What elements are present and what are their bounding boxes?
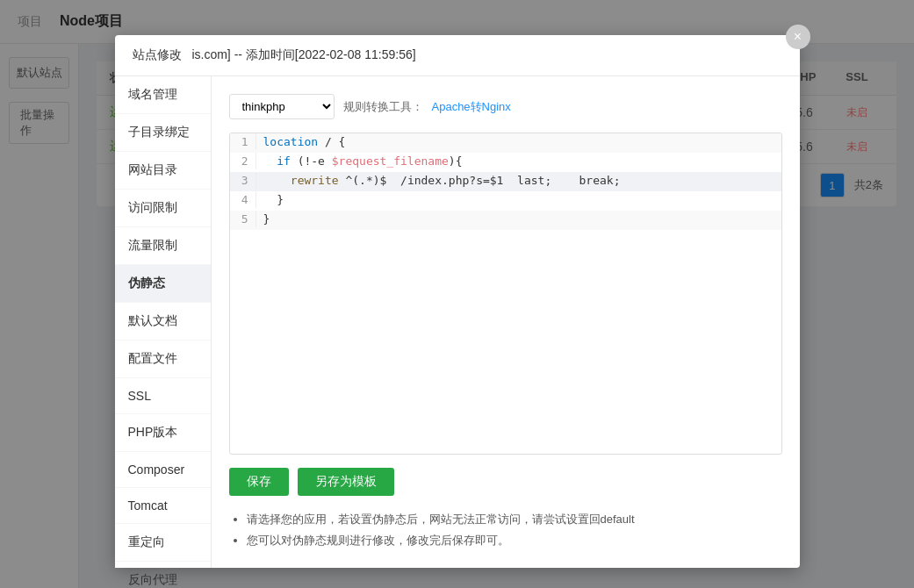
sidebar-item-pseudo-static[interactable]: 伪静态 [115, 265, 211, 303]
sidebar-item-composer[interactable]: Composer [115, 452, 211, 488]
rule-select[interactable]: thinkphp wordpress discuz typecho defaul… [229, 94, 335, 119]
modal-header: 站点修改 is.com] -- 添加时间[2022-02-08 11:59:56… [115, 35, 800, 76]
modal-sidebar: 域名管理 子目录绑定 网站目录 访问限制 流量限制 伪静态 默认文档 配置文件 … [115, 76, 212, 568]
modal-title: 站点修改 is.com] -- 添加时间[2022-02-08 11:59:56… [133, 47, 416, 63]
line-content-2: if (!-e $request_filename){ [256, 153, 470, 169]
notes-area: 请选择您的应用，若设置伪静态后，网站无法正常访问，请尝试设置回default 您… [229, 509, 782, 550]
sidebar-item-website-dir[interactable]: 网站目录 [115, 152, 211, 190]
code-line-5: 5 } [230, 211, 781, 230]
sidebar-item-reverse-proxy[interactable]: 反向代理 [115, 562, 211, 588]
modal-close-button[interactable]: × [786, 25, 810, 49]
sidebar-item-config-file[interactable]: 配置文件 [115, 341, 211, 378]
sidebar-item-default-doc[interactable]: 默认文档 [115, 303, 211, 341]
save-template-button[interactable]: 另存为模板 [298, 468, 394, 496]
rule-convert-label: 规则转换工具： [343, 99, 423, 115]
sidebar-item-redirect[interactable]: 重定向 [115, 524, 211, 562]
sidebar-item-php-version[interactable]: PHP版本 [115, 414, 211, 452]
code-line-3: 3 rewrite ^(.*)$ /index.php?s=$1 last; b… [230, 172, 781, 191]
line-num-5: 5 [230, 211, 256, 227]
modal-dialog: 站点修改 is.com] -- 添加时间[2022-02-08 11:59:56… [115, 35, 800, 568]
action-row: 保存 另存为模板 [229, 468, 782, 496]
code-line-1: 1 location / { [230, 133, 781, 153]
sidebar-item-subdir-bind[interactable]: 子目录绑定 [115, 114, 211, 152]
line-content-4: } [256, 191, 291, 208]
save-button[interactable]: 保存 [229, 468, 289, 496]
line-content-1: location / { [256, 133, 353, 150]
line-num-4: 4 [230, 191, 256, 208]
sidebar-item-traffic-limit[interactable]: 流量限制 [115, 227, 211, 265]
line-content-3: rewrite ^(.*)$ /index.php?s=$1 last; bre… [256, 172, 628, 189]
modal-overlay: 站点修改 is.com] -- 添加时间[2022-02-08 11:59:56… [0, 0, 914, 588]
note-2: 您可以对伪静态规则进行修改，修改完后保存即可。 [247, 530, 782, 550]
toolbar-row: thinkphp wordpress discuz typecho defaul… [229, 94, 782, 119]
modal-main-panel: thinkphp wordpress discuz typecho defaul… [212, 76, 800, 568]
note-1: 请选择您的应用，若设置伪静态后，网站无法正常访问，请尝试设置回default [247, 509, 782, 529]
code-line-4: 4 } [230, 191, 781, 211]
apache-to-nginx-link[interactable]: Apache转Nginx [432, 99, 511, 115]
line-num-1: 1 [230, 133, 256, 150]
sidebar-item-domain-mgmt[interactable]: 域名管理 [115, 76, 211, 114]
line-num-3: 3 [230, 172, 256, 189]
sidebar-item-ssl[interactable]: SSL [115, 378, 211, 414]
line-num-2: 2 [230, 153, 256, 169]
code-editor[interactable]: 1 location / { 2 if (!-e $request_filena… [229, 133, 782, 455]
line-content-5: } [256, 211, 277, 227]
code-line-2: 2 if (!-e $request_filename){ [230, 153, 781, 172]
modal-body: 域名管理 子目录绑定 网站目录 访问限制 流量限制 伪静态 默认文档 配置文件 … [115, 76, 800, 568]
sidebar-item-tomcat[interactable]: Tomcat [115, 488, 211, 524]
sidebar-item-access-limit[interactable]: 访问限制 [115, 190, 211, 227]
